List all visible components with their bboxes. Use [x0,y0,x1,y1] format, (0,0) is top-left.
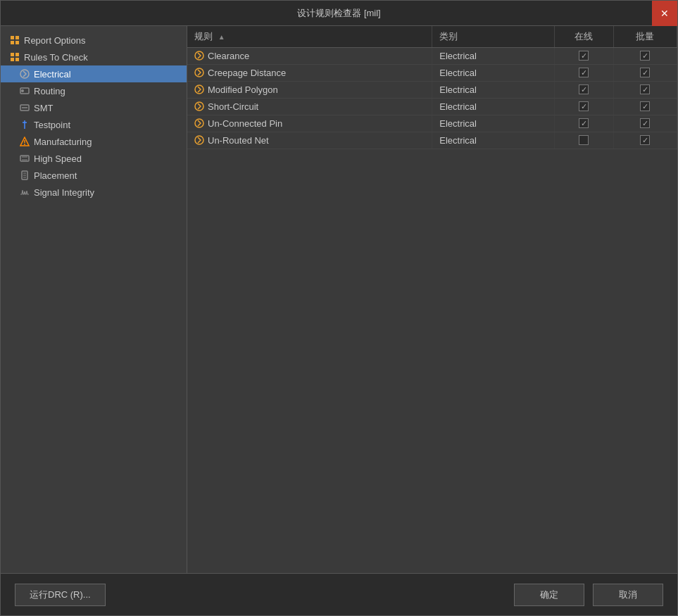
online-checkbox[interactable] [579,101,589,111]
sidebar-item-routing[interactable]: Routing [1,82,187,99]
svg-point-20 [195,102,203,111]
rule-icon [194,68,204,77]
rule-name-cell: Clearance [187,47,432,64]
sidebar-item-electrical[interactable]: Electrical [1,65,187,82]
online-checkbox[interactable] [579,135,589,145]
table-row[interactable]: Modified Polygon Electrical [187,81,677,98]
main-panel: 规则 ▲ 类别 在线 批量 [187,26,677,573]
svg-point-21 [195,119,203,127]
placement-icon [19,170,30,181]
routing-icon [19,85,30,96]
grid-icon-2 [9,51,20,63]
sidebar-item-signal-integrity[interactable]: Signal Integrity [1,184,187,201]
rule-category: Electrical [432,47,555,64]
manufacturing-icon [19,136,30,147]
rule-category: Electrical [432,98,555,115]
signal-integrity-icon [19,187,30,198]
table-row[interactable]: Short-Circuit Electrical [187,98,677,115]
run-drc-button[interactable]: 运行DRC (R)... [15,584,106,606]
electrical-icon [19,68,30,80]
svg-point-19 [195,85,203,94]
footer-right: 确定 取消 [514,584,663,606]
rule-name-cell: Un-Connected Pin [187,115,432,132]
cancel-button[interactable]: 取消 [593,584,663,606]
rule-online[interactable] [555,98,613,115]
rule-online[interactable] [555,64,613,81]
rule-category: Electrical [432,132,555,149]
sidebar-item-smt[interactable]: SMT [1,99,187,116]
sidebar-item-rules-to-check[interactable]: Rules To Check [1,49,187,65]
rule-icon [194,118,204,128]
dialog-title: 设计规则检查器 [mil] [297,7,380,20]
online-checkbox[interactable] [579,68,589,77]
main-dialog: 设计规则检查器 [mil] ✕ Report Options Rules To … [0,0,678,616]
smt-icon [19,102,30,113]
rule-online[interactable] [555,81,613,98]
rule-online[interactable] [555,115,613,132]
table-row[interactable]: Creepage Distance Electrical [187,64,677,81]
svg-point-9 [24,144,25,145]
sidebar-item-report-options[interactable]: Report Options [1,32,187,49]
online-checkbox[interactable] [579,51,589,61]
svg-point-18 [195,68,203,77]
sidebar-item-high-speed[interactable]: High Speed [1,150,187,167]
rule-icon [194,51,204,61]
rule-online[interactable] [555,132,613,149]
col-header-rule[interactable]: 规则 ▲ [187,26,432,47]
rule-name-cell: Creepage Distance [187,64,432,81]
batch-checkbox[interactable] [640,84,650,94]
testpoint-icon [19,119,30,130]
col-header-online[interactable]: 在线 [555,26,613,47]
col-header-batch[interactable]: 批量 [613,26,677,47]
footer-bar: 运行DRC (R)... 确定 取消 [1,573,677,615]
svg-point-2 [21,89,24,92]
sidebar-item-testpoint[interactable]: Testpoint [1,116,187,133]
table-row[interactable]: Clearance Electrical [187,47,677,64]
online-checkbox[interactable] [579,84,589,94]
rule-category: Electrical [432,81,555,98]
col-header-category[interactable]: 类别 [432,26,555,47]
online-checkbox[interactable] [579,118,589,128]
svg-point-0 [20,70,29,78]
rule-name-cell: Short-Circuit [187,98,432,115]
table-row[interactable]: Un-Routed Net Electrical [187,132,677,149]
content-area: Report Options Rules To Check Electrical [1,26,677,573]
sidebar-item-placement[interactable]: Placement [1,167,187,184]
batch-checkbox[interactable] [640,118,650,128]
rule-batch[interactable] [613,115,677,132]
sidebar-item-manufacturing[interactable]: Manufacturing [1,133,187,150]
sidebar: Report Options Rules To Check Electrical [1,26,187,573]
rule-batch[interactable] [613,64,677,81]
rule-batch[interactable] [613,81,677,98]
rule-batch[interactable] [613,132,677,149]
svg-point-17 [195,51,203,60]
high-speed-icon [19,153,30,164]
rule-batch[interactable] [613,47,677,64]
close-button[interactable]: ✕ [652,1,677,26]
grid-icon [9,34,20,46]
svg-point-22 [195,136,203,144]
rules-table: 规则 ▲ 类别 在线 批量 [187,26,677,149]
batch-checkbox[interactable] [640,101,650,111]
title-bar: 设计规则检查器 [mil] ✕ [1,1,677,26]
rule-icon [194,84,204,94]
batch-checkbox[interactable] [640,68,650,77]
rule-icon [194,101,204,111]
batch-checkbox[interactable] [640,135,650,145]
rule-name-cell: Modified Polygon [187,81,432,98]
rule-category: Electrical [432,64,555,81]
rule-icon [194,135,204,145]
rule-name-cell: Un-Routed Net [187,132,432,149]
rule-category: Electrical [432,115,555,132]
rule-online[interactable] [555,47,613,64]
ok-button[interactable]: 确定 [514,584,584,606]
svg-rect-10 [20,156,29,161]
rule-batch[interactable] [613,98,677,115]
table-row[interactable]: Un-Connected Pin Electrical [187,115,677,132]
batch-checkbox[interactable] [640,51,650,61]
table-wrapper: 规则 ▲ 类别 在线 批量 [187,26,677,573]
sort-arrow: ▲ [218,33,225,41]
